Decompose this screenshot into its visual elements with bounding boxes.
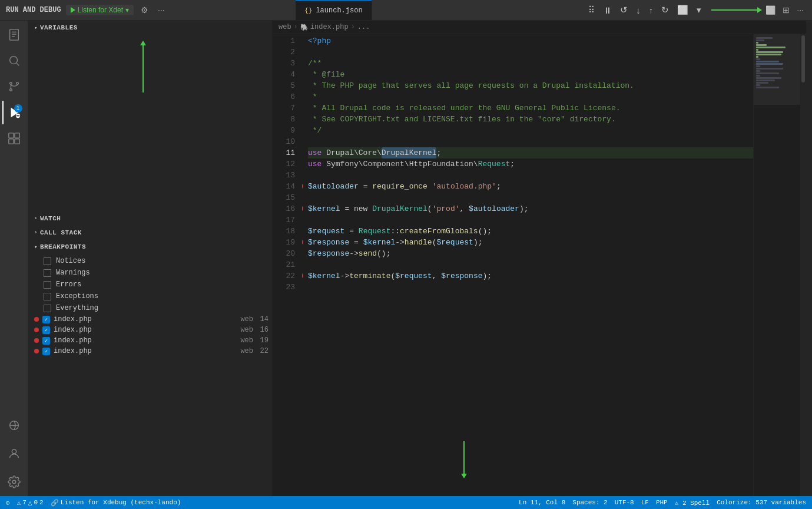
breakpoints-header[interactable]: ▾ BREAKPOINTS: [28, 240, 272, 254]
call-stack-header[interactable]: › CALL STACK: [28, 226, 272, 240]
notices-breakpoint-item[interactable]: Notices: [28, 255, 272, 267]
breakpoint-dot-22: [302, 273, 303, 279]
eol[interactable]: LF: [641, 499, 649, 507]
scrollbar-thumb[interactable]: [801, 35, 805, 82]
debug-step-over-icon[interactable]: ⠿: [585, 4, 598, 16]
ln-17: 17: [273, 214, 295, 226]
title-bar: RUN AND DEBUG Listen for Xdet ▾ ⚙ ··· {}…: [0, 0, 812, 21]
more-actions-icon[interactable]: ···: [155, 4, 167, 16]
watch-section: › WATCH: [28, 211, 272, 226]
editor-area: web › 🐘 index.php › ... 1 2 3 4 5 6 7 8 …: [273, 21, 806, 496]
warning-icon: △: [28, 499, 32, 507]
ln-1: 1: [273, 35, 295, 47]
debug-continue-icon[interactable]: ↻: [658, 4, 672, 16]
remote-icon: ⊙: [6, 499, 10, 507]
run-debug-icon[interactable]: 1: [2, 101, 26, 124]
remote-status[interactable]: ⊙: [6, 499, 10, 507]
layout-icon[interactable]: ⊞: [780, 4, 792, 16]
breakpoint-dot-16: [302, 206, 303, 211]
warnings-label: Warnings: [56, 269, 90, 277]
file-bp-19[interactable]: index.php web 19: [28, 335, 272, 346]
error-status[interactable]: ⚠ 7 △ 0 2: [17, 499, 44, 507]
file-bp-14[interactable]: index.php web 14: [28, 314, 272, 325]
warnings-checkbox[interactable]: [44, 269, 51, 277]
debug-step-into-icon[interactable]: ↓: [633, 4, 644, 16]
launch-json-tab[interactable]: {} launch.json: [296, 0, 372, 20]
exceptions-checkbox[interactable]: [44, 293, 51, 300]
ln-14: 14: [273, 181, 295, 192]
bp-filename-14: index.php: [54, 315, 237, 323]
settings-gear-icon[interactable]: ⚙: [138, 4, 151, 16]
extensions-icon[interactable]: [2, 127, 26, 150]
svg-point-4: [9, 57, 17, 64]
cursor-position[interactable]: Ln 11, Col 8: [519, 499, 565, 507]
file-bp-22[interactable]: index.php web 22: [28, 346, 272, 356]
svg-point-18: [12, 480, 16, 484]
debug-restart-icon[interactable]: ↺: [617, 4, 631, 16]
spell-check[interactable]: ⚠ 2 Spell: [675, 499, 710, 507]
bp-linenum-22: 22: [257, 347, 269, 355]
breakpoint-dot-14: [302, 183, 303, 189]
spell-label: ⚠ 2 Spell: [675, 499, 710, 507]
variables-header[interactable]: ▾ VARIABLES: [28, 21, 272, 35]
red-dot-icon-22: [34, 349, 39, 353]
debug-up-indicator: [140, 41, 146, 92]
notices-checkbox[interactable]: [44, 257, 51, 265]
search-icon[interactable]: [2, 49, 26, 72]
more-menu-icon[interactable]: ···: [794, 4, 806, 16]
json-file-icon: {}: [304, 7, 312, 14]
debug-step-out-icon[interactable]: ↑: [646, 4, 657, 16]
svg-rect-15: [14, 139, 19, 144]
everything-label: Everything: [56, 304, 98, 312]
code-line-4: * @file: [308, 69, 753, 80]
watch-header[interactable]: › WATCH: [28, 211, 272, 226]
title-bar-left: RUN AND DEBUG Listen for Xdet ▾ ⚙ ···: [6, 4, 291, 16]
ln-15: 15: [273, 192, 295, 203]
debug-more-icon[interactable]: ▾: [694, 4, 704, 16]
panel-toggle-icon[interactable]: ⬜: [763, 4, 778, 16]
green-progress-line: [711, 9, 758, 11]
debug-stop-icon[interactable]: ⬜: [674, 4, 691, 16]
breadcrumb-web: web: [279, 23, 291, 31]
debug-session-label: Listen for Xdebug (techx-lando): [61, 499, 181, 506]
error-icon: ⚠: [17, 499, 21, 507]
everything-breakpoint-item[interactable]: Everything: [28, 302, 272, 314]
code-line-14: $autoloader = require_once 'autoload.php…: [308, 181, 753, 192]
file-bp-16[interactable]: index.php web 16: [28, 325, 272, 335]
errors-breakpoint-item[interactable]: Errors: [28, 279, 272, 290]
colorize[interactable]: Colorize: 537 variables: [717, 499, 806, 507]
exceptions-breakpoint-item[interactable]: Exceptions: [28, 290, 272, 302]
everything-checkbox[interactable]: [44, 305, 51, 312]
indentation[interactable]: Spaces: 2: [572, 499, 607, 507]
remote-explorer-icon[interactable]: [2, 414, 26, 437]
language-mode[interactable]: PHP: [656, 499, 668, 507]
editor-container[interactable]: 1 2 3 4 5 6 7 8 9 10 11 12 13 14 15 16 1…: [273, 34, 806, 496]
files-icon[interactable]: [2, 23, 26, 47]
listen-for-xdet-button[interactable]: Listen for Xdet ▾: [66, 5, 134, 15]
call-stack-chevron-icon: ›: [34, 230, 38, 236]
ln-3: 3: [273, 58, 295, 69]
warnings-breakpoint-item[interactable]: Warnings: [28, 267, 272, 279]
code-editor[interactable]: <?php /** * @file * The PHP page that se…: [302, 34, 753, 496]
debug-session-status[interactable]: 🔗 Listen for Xdebug (techx-lando): [51, 499, 181, 507]
settings-icon[interactable]: [2, 470, 26, 494]
bp-filename-19: index.php: [54, 336, 237, 345]
watch-label: WATCH: [40, 215, 61, 222]
code-line-23: [308, 282, 753, 293]
minimap-viewport: [754, 34, 800, 105]
vertical-scrollbar[interactable]: [800, 34, 806, 496]
svg-point-7: [9, 89, 12, 91]
encoding[interactable]: UTF-8: [615, 499, 634, 507]
status-bar-right: Ln 11, Col 8 Spaces: 2 UTF-8 LF PHP ⚠ 2 …: [519, 499, 806, 507]
tab-filename: launch.json: [316, 6, 362, 15]
code-line-2: [308, 47, 753, 58]
ln-21: 21: [273, 259, 295, 270]
errors-checkbox[interactable]: [44, 281, 51, 289]
breadcrumb-index-php[interactable]: index.php: [310, 23, 349, 31]
breadcrumb-sep1: ›: [294, 23, 298, 31]
notices-label: Notices: [56, 257, 85, 265]
debug-pause-icon[interactable]: ⏸: [600, 4, 615, 16]
bp-filename-16: index.php: [54, 326, 237, 334]
source-control-icon[interactable]: [2, 75, 26, 98]
accounts-icon[interactable]: [2, 442, 26, 465]
